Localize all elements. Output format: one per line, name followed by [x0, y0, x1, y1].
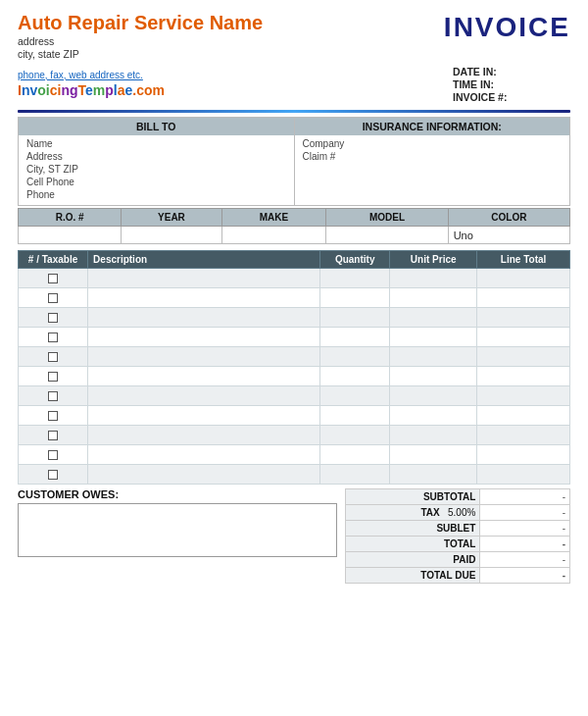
item-total-10	[477, 465, 570, 485]
item-row-1	[19, 288, 570, 308]
subtotal-label: SUBTOTAL	[346, 489, 480, 505]
item-desc-7	[88, 406, 320, 426]
item-qty-10	[320, 465, 390, 485]
vehicle-ro	[19, 227, 122, 244]
item-price-7	[390, 406, 477, 426]
vehicle-col-color: COLOR	[448, 209, 569, 227]
item-qty-7	[320, 406, 390, 426]
logo-inv3: a	[118, 82, 125, 98]
paid-value: -	[480, 552, 570, 568]
bill-to-header: BILL TO	[19, 118, 294, 135]
item-qty-8	[320, 426, 390, 445]
logo-area: InvoicingTemplae.com	[18, 82, 165, 98]
header-mid: phone, fax, web address etc. InvoicingTe…	[18, 62, 570, 104]
tax-row: TAX 5.00% -	[346, 505, 570, 521]
address1: address	[18, 35, 263, 47]
phone-logo: phone, fax, web address etc. InvoicingTe…	[18, 69, 165, 98]
time-in-row: TIME IN:	[453, 78, 507, 90]
invoice-num-row: INVOICE #:	[453, 91, 507, 103]
bill-to-name: Name	[26, 138, 286, 149]
item-num-8	[19, 426, 88, 445]
item-total-3	[477, 328, 570, 347]
item-row-9	[19, 445, 570, 465]
total-label: TOTAL	[346, 537, 480, 552]
items-table: # / Taxable Description Quantity Unit Pr…	[18, 250, 570, 485]
tax-value: -	[480, 505, 570, 521]
vehicle-make	[221, 227, 326, 244]
tax-rate: 5.00%	[448, 507, 475, 518]
items-col-price: Unit Price	[390, 251, 477, 269]
bill-to-section: BILL TO Name Address City, ST ZIP Cell P…	[19, 118, 295, 205]
total-row: TOTAL -	[346, 537, 570, 552]
total-due-value: -	[480, 568, 570, 584]
logo-oic: nv	[22, 82, 37, 98]
logo-ing2: m	[93, 82, 105, 98]
logo-pla: ng	[61, 82, 77, 98]
invoice-title: INVOICE	[444, 12, 570, 43]
address2: city, state ZIP	[18, 48, 263, 60]
total-due-label: TOTAL DUE	[346, 568, 480, 584]
item-total-2	[477, 308, 570, 328]
item-num-10	[19, 465, 88, 485]
logo-pla2: p	[105, 82, 114, 98]
paid-label: PAID	[346, 552, 480, 568]
vehicle-col-ro: R.O. #	[19, 209, 122, 227]
item-qty-0	[320, 269, 390, 288]
item-row-2	[19, 308, 570, 328]
date-in-row: DATE IN:	[453, 66, 507, 77]
item-price-10	[390, 465, 477, 485]
logo-text: InvoicingTemplae.com	[18, 82, 165, 98]
item-qty-4	[320, 347, 390, 367]
item-qty-5	[320, 367, 390, 386]
sublet-row: SUBLET -	[346, 521, 570, 537]
subtotal-value: -	[480, 489, 570, 505]
item-desc-8	[88, 426, 320, 445]
item-total-5	[477, 367, 570, 386]
date-info: DATE IN: TIME IN: INVOICE #:	[453, 66, 507, 104]
item-price-5	[390, 367, 477, 386]
date-in-label: DATE IN:	[453, 66, 497, 77]
items-header-row: # / Taxable Description Quantity Unit Pr…	[19, 251, 570, 269]
customer-owes-section: CUSTOMER OWES:	[18, 488, 337, 584]
item-num-4	[19, 347, 88, 367]
item-qty-2	[320, 308, 390, 328]
item-desc-0	[88, 269, 320, 288]
logo-oic2: e	[85, 82, 93, 98]
totals-section: SUBTOTAL - TAX 5.00% - SUBLET - TOTAL - …	[345, 488, 570, 584]
date-block: DATE IN: TIME IN: INVOICE #:	[453, 62, 570, 104]
insurance-content: Company Claim #	[295, 135, 570, 194]
item-row-0	[19, 269, 570, 288]
item-total-6	[477, 386, 570, 406]
vehicle-color: Uno	[448, 227, 569, 244]
vehicle-data-row: Uno	[19, 227, 570, 244]
vehicle-col-year: YEAR	[122, 209, 221, 227]
item-price-6	[390, 386, 477, 406]
item-total-7	[477, 406, 570, 426]
bottom-section: CUSTOMER OWES: SUBTOTAL - TAX 5.00% - SU…	[18, 488, 570, 584]
item-price-4	[390, 347, 477, 367]
bill-to-cell: Cell Phone	[26, 177, 286, 187]
item-desc-1	[88, 288, 320, 308]
header-divider	[18, 110, 570, 113]
vehicle-table: R.O. # YEAR MAKE MODEL COLOR Uno	[18, 208, 570, 244]
item-desc-4	[88, 347, 320, 367]
item-desc-3	[88, 328, 320, 347]
item-row-4	[19, 347, 570, 367]
item-num-5	[19, 367, 88, 386]
total-due-row: TOTAL DUE -	[346, 568, 570, 584]
insurance-header: INSURANCE INFORMATION:	[295, 118, 570, 135]
company-info: Auto Repair Service Name address city, s…	[18, 12, 263, 60]
items-col-qty: Quantity	[320, 251, 390, 269]
item-desc-10	[88, 465, 320, 485]
customer-owes-label: CUSTOMER OWES:	[18, 488, 337, 500]
vehicle-col-model: MODEL	[326, 209, 448, 227]
time-in-label: TIME IN:	[453, 78, 494, 90]
sublet-value: -	[480, 521, 570, 537]
item-total-8	[477, 426, 570, 445]
customer-owes-box[interactable]	[18, 503, 337, 557]
company-name: Auto Repair Service Name	[18, 12, 263, 34]
item-total-0	[477, 269, 570, 288]
item-num-3	[19, 328, 88, 347]
logo-com: .com	[132, 82, 165, 98]
item-row-3	[19, 328, 570, 347]
